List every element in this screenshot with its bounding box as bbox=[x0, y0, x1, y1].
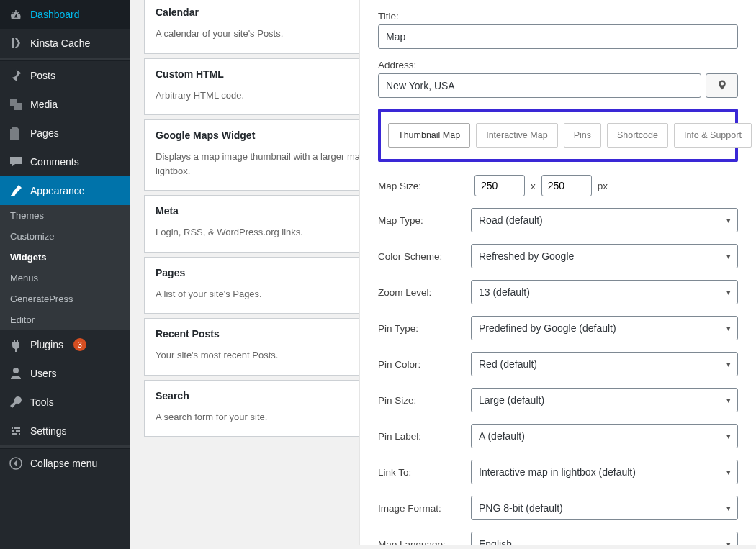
zoom-level-label: Zoom Level: bbox=[378, 287, 471, 298]
menu-label: Users bbox=[30, 368, 57, 379]
menu-label: Appearance bbox=[30, 185, 85, 196]
menu-item-users[interactable]: Users bbox=[0, 359, 130, 388]
map-size-unit: px bbox=[598, 181, 608, 191]
plugin-update-badge: 3 bbox=[73, 338, 86, 351]
menu-item-posts[interactable]: Posts bbox=[0, 61, 130, 90]
link-to-select[interactable]: Interactive map in lightbox (default) bbox=[471, 460, 738, 484]
color-scheme-label: Color Scheme: bbox=[378, 251, 471, 262]
map-pin-icon bbox=[716, 79, 728, 93]
media-icon bbox=[9, 97, 23, 112]
address-input[interactable] bbox=[378, 73, 701, 98]
menu-label: Media bbox=[30, 99, 58, 110]
tab-pins[interactable]: Pins bbox=[564, 123, 601, 148]
title-label: Title: bbox=[378, 11, 738, 22]
menu-label: Plugins bbox=[30, 339, 63, 350]
brush-icon bbox=[9, 183, 23, 198]
pin-type-label: Pin Type: bbox=[378, 323, 471, 334]
menu-item-dashboard[interactable]: Dashboard bbox=[0, 0, 130, 29]
pin-size-label: Pin Size: bbox=[378, 395, 471, 406]
settings-icon bbox=[9, 424, 23, 438]
menu-item-plugins[interactable]: Plugins 3 bbox=[0, 330, 130, 359]
pin-color-select[interactable]: Red (default) bbox=[471, 352, 738, 376]
menu-item-pages[interactable]: Pages bbox=[0, 119, 130, 148]
widget-settings-panel: Title: Address: Thumbnail Map Interactiv… bbox=[359, 0, 756, 545]
appearance-submenu: Themes Customize Widgets Menus GenerateP… bbox=[0, 205, 130, 330]
map-size-sep: x bbox=[531, 181, 536, 191]
users-icon bbox=[9, 366, 23, 381]
menu-item-comments[interactable]: Comments bbox=[0, 148, 130, 176]
submenu-themes[interactable]: Themes bbox=[0, 205, 130, 226]
submenu-customize[interactable]: Customize bbox=[0, 226, 130, 247]
submenu-generatepress[interactable]: GeneratePress bbox=[0, 289, 130, 309]
pin-color-label: Pin Color: bbox=[378, 359, 471, 370]
tools-icon bbox=[9, 395, 23, 409]
menu-item-kinsta-cache[interactable]: Kinsta Cache bbox=[0, 29, 130, 58]
submenu-menus[interactable]: Menus bbox=[0, 268, 130, 289]
pin-label-select[interactable]: A (default) bbox=[471, 424, 738, 448]
menu-label: Comments bbox=[30, 156, 79, 168]
image-format-select[interactable]: PNG 8-bit (default) bbox=[471, 496, 738, 520]
map-type-label: Map Type: bbox=[378, 215, 471, 226]
admin-sidebar: Dashboard Kinsta Cache Posts Media Pages… bbox=[0, 0, 130, 549]
zoom-level-select[interactable]: 13 (default) bbox=[471, 280, 738, 304]
menu-item-collapse[interactable]: Collapse menu bbox=[0, 449, 130, 478]
map-type-select[interactable]: Road (default) bbox=[471, 208, 738, 232]
menu-label: Posts bbox=[30, 70, 55, 81]
color-scheme-select[interactable]: Refreshed by Google bbox=[471, 244, 738, 268]
comments-icon bbox=[9, 155, 23, 169]
pin-size-select[interactable]: Large (default) bbox=[471, 388, 738, 412]
menu-label: Kinsta Cache bbox=[30, 37, 90, 49]
link-to-label: Link To: bbox=[378, 467, 471, 478]
pin-type-select[interactable]: Predefined by Google (default) bbox=[471, 316, 738, 340]
locate-button[interactable] bbox=[706, 73, 738, 98]
map-language-label: Map Language: bbox=[378, 539, 471, 546]
menu-item-appearance[interactable]: Appearance bbox=[0, 176, 130, 205]
pages-icon bbox=[9, 126, 23, 140]
tab-thumbnail-map[interactable]: Thumbnail Map bbox=[388, 123, 470, 148]
menu-label: Settings bbox=[30, 425, 67, 437]
collapse-icon bbox=[9, 456, 23, 471]
submenu-editor[interactable]: Editor bbox=[0, 309, 130, 330]
map-language-select[interactable]: English bbox=[471, 532, 738, 545]
tab-shortcode[interactable]: Shortcode bbox=[607, 123, 668, 148]
tab-info-support[interactable]: Info & Support bbox=[674, 123, 752, 148]
menu-label: Collapse menu bbox=[30, 458, 97, 469]
menu-label: Dashboard bbox=[30, 9, 80, 20]
kinsta-icon bbox=[9, 36, 23, 50]
plugin-icon bbox=[9, 337, 23, 352]
pin-icon bbox=[9, 68, 23, 83]
title-input[interactable] bbox=[378, 24, 738, 49]
menu-item-settings[interactable]: Settings bbox=[0, 417, 130, 445]
pin-label-label: Pin Label: bbox=[378, 431, 471, 442]
map-width-input[interactable] bbox=[474, 175, 525, 196]
menu-label: Pages bbox=[30, 127, 59, 139]
widgets-main: CalendarA calendar of your site's Posts.… bbox=[130, 0, 756, 549]
submenu-widgets[interactable]: Widgets bbox=[0, 247, 130, 268]
dashboard-icon bbox=[9, 7, 23, 22]
map-height-input[interactable] bbox=[541, 175, 592, 196]
menu-item-media[interactable]: Media bbox=[0, 90, 130, 119]
map-size-label: Map Size: bbox=[378, 181, 474, 191]
image-format-label: Image Format: bbox=[378, 503, 471, 514]
settings-tabs: Thumbnail Map Interactive Map Pins Short… bbox=[378, 109, 738, 162]
menu-item-tools[interactable]: Tools bbox=[0, 388, 130, 417]
tab-interactive-map[interactable]: Interactive Map bbox=[476, 123, 557, 148]
menu-label: Tools bbox=[30, 396, 54, 408]
address-label: Address: bbox=[378, 60, 738, 71]
